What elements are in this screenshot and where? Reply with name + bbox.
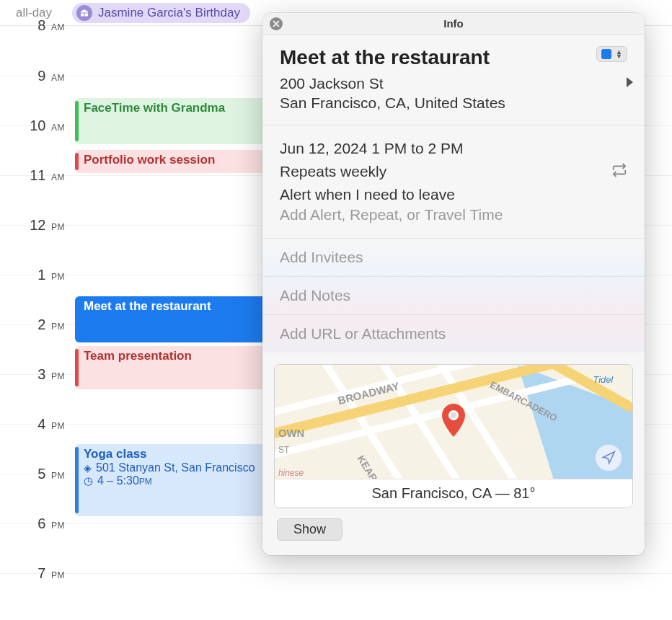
- hour-label: 2 PM: [0, 316, 69, 333]
- allday-event-birthday[interactable]: Jasmine Garcia's Birthday: [72, 3, 250, 23]
- event-alert[interactable]: Alert when I need to leave: [280, 186, 627, 203]
- popover-footer: Show: [262, 508, 645, 555]
- event-color-bar: [75, 101, 79, 141]
- hour-label: 11 AM: [0, 167, 69, 184]
- add-notes-placeholder: Add Notes: [280, 287, 350, 304]
- event-title: Meet at the restaurant: [84, 299, 211, 313]
- event-info-popover: Info Meet at the restaurant ▲▼ 200 Jacks…: [262, 13, 645, 555]
- location-pin-icon: [84, 461, 93, 474]
- close-icon[interactable]: [270, 17, 283, 30]
- add-invitees-placeholder: Add Invitees: [280, 249, 363, 265]
- hour-label: 9 AM: [0, 68, 69, 84]
- hour-label: 8 AM: [0, 17, 69, 34]
- svg-text:OWN: OWN: [278, 427, 304, 438]
- allday-event-title: Jasmine Garcia's Birthday: [98, 6, 240, 20]
- hour-label: 12 PM: [0, 217, 69, 234]
- event-color-bar: [75, 299, 79, 340]
- hour-label: 4 PM: [0, 416, 69, 433]
- popover-title-label: Info: [443, 17, 464, 30]
- svg-text:Tidel: Tidel: [593, 374, 614, 385]
- notes-section[interactable]: Add Notes: [262, 277, 645, 315]
- event-title-field[interactable]: Meet at the restaurant: [280, 46, 490, 69]
- url-attachments-section[interactable]: Add URL or Attachments: [262, 315, 645, 353]
- popover-header: Info: [262, 13, 645, 35]
- svg-marker-17: [604, 451, 615, 463]
- show-button[interactable]: Show: [277, 518, 342, 541]
- add-alert-placeholder[interactable]: Add Alert, Repeat, or Travel Time: [280, 206, 627, 223]
- svg-text:hinese: hinese: [278, 468, 304, 478]
- hour-label: 5 PM: [0, 466, 69, 482]
- map-preview[interactable]: BROADWAY KEARNY EMBARCADERO OWN ST Tidel…: [274, 364, 633, 508]
- hour-label: 10 AM: [0, 118, 69, 134]
- invitees-section[interactable]: Add Invitees: [262, 239, 645, 277]
- hour-label: 6 PM: [0, 515, 69, 532]
- event-color-bar: [75, 349, 79, 386]
- map-pin-icon: [441, 404, 467, 441]
- event-datetime[interactable]: Jun 12, 2024 1 PM to 2 PM: [280, 140, 627, 157]
- calendar-picker[interactable]: ▲▼: [596, 46, 627, 62]
- add-url-placeholder: Add URL or Attachments: [280, 325, 446, 342]
- event-time-section: Jun 12, 2024 1 PM to 2 PM Repeats weekly…: [262, 125, 645, 239]
- repeat-icon: [611, 162, 627, 181]
- event-color-bar: [75, 447, 79, 513]
- event-repeat[interactable]: Repeats weekly: [280, 163, 386, 180]
- event-title: FaceTime with Grandma: [84, 101, 225, 115]
- calendar-color-swatch: [601, 49, 611, 59]
- svg-text:ST: ST: [278, 444, 289, 454]
- event-location-field[interactable]: 200 Jackson St San Francisco, CA, United…: [280, 74, 505, 113]
- map-caption: San Francisco, CA — 81°: [275, 479, 632, 508]
- gift-icon: [76, 5, 92, 21]
- svg-point-16: [451, 412, 456, 418]
- chevron-updown-icon: ▲▼: [616, 50, 622, 58]
- hour-label: 1 PM: [0, 267, 69, 283]
- clock-icon: [84, 474, 94, 487]
- event-color-bar: [75, 153, 79, 170]
- event-title: Portfolio work session: [84, 153, 215, 167]
- hour-label: 7 PM: [0, 565, 69, 582]
- event-title: Team presentation: [84, 349, 192, 363]
- hour-label: 3 PM: [0, 366, 69, 383]
- map-locate-button[interactable]: [595, 444, 622, 471]
- event-title-section: Meet at the restaurant ▲▼ 200 Jackson St…: [262, 35, 645, 125]
